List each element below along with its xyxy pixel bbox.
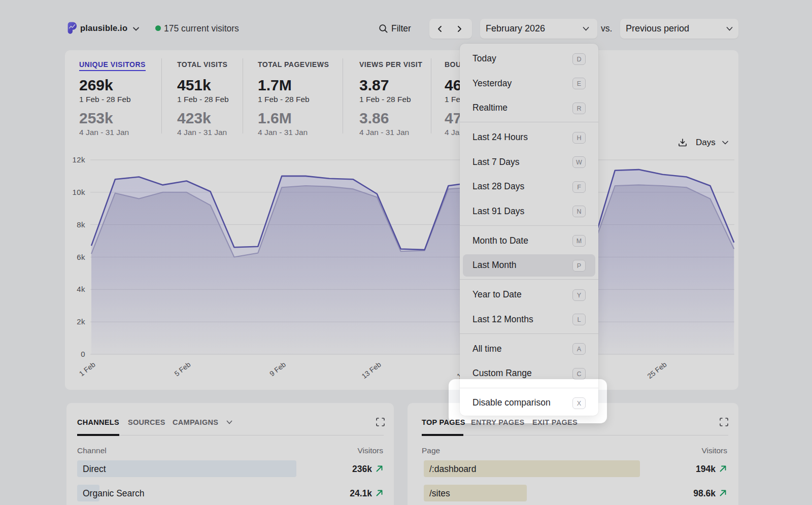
- svg-text:5 Feb: 5 Feb: [173, 360, 192, 378]
- svg-text:2k: 2k: [77, 317, 85, 326]
- svg-text:1 Feb: 1 Feb: [78, 360, 97, 378]
- svg-text:25 Feb: 25 Feb: [646, 360, 668, 381]
- svg-text:12k: 12k: [73, 155, 85, 164]
- svg-text:6k: 6k: [77, 253, 85, 261]
- svg-text:4k: 4k: [77, 285, 85, 293]
- svg-text:9 Feb: 9 Feb: [268, 360, 287, 378]
- svg-text:10k: 10k: [73, 188, 85, 196]
- svg-text:8k: 8k: [77, 220, 85, 229]
- svg-text:13 Feb: 13 Feb: [360, 360, 382, 381]
- svg-text:0: 0: [81, 350, 85, 358]
